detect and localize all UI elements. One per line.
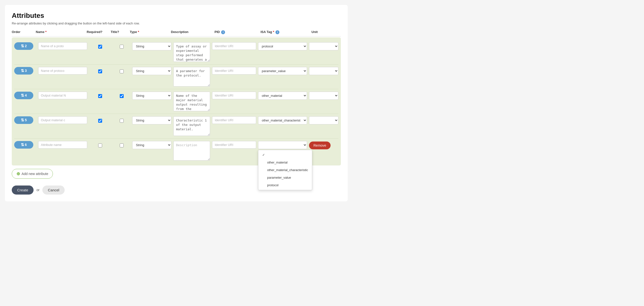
title-checkbox-4[interactable] — [120, 94, 124, 98]
name-input-2[interactable] — [38, 42, 87, 50]
dropdown-option-parameter-value[interactable]: parameter_value — [258, 174, 312, 181]
isa-tag-cell-4: other_material protocol parameter_value … — [258, 92, 307, 100]
description-textarea-4[interactable]: Name of the major material output result… — [173, 92, 210, 111]
title-cell-3 — [113, 67, 130, 73]
attributes-table: ⇅ 2 String Integer Float Boolean Date Ty… — [12, 37, 341, 165]
title-checkbox-3[interactable] — [120, 69, 124, 73]
name-input-6[interactable] — [38, 141, 87, 149]
add-icon: ⊕ — [16, 171, 20, 176]
unit-select-3[interactable] — [309, 67, 338, 75]
table-row: ⇅ 4 String Integer Float Boolean Date Na… — [14, 89, 338, 114]
type-select-5[interactable]: String Integer Float Boolean Date — [132, 116, 172, 124]
isa-tag-select-6[interactable]: other_material other_material_characteri… — [258, 141, 307, 149]
pid-input-2[interactable] — [212, 42, 256, 50]
title-cell-2 — [113, 42, 130, 49]
type-select-2[interactable]: String Integer Float Boolean Date — [132, 42, 172, 50]
col-description: Description — [171, 30, 212, 34]
required-cell-6 — [89, 141, 111, 147]
required-checkbox-5[interactable] — [98, 119, 102, 123]
description-textarea-6[interactable] — [173, 141, 210, 160]
col-name: Name * — [36, 30, 85, 34]
type-select-6[interactable]: String Integer Float Boolean Date — [132, 141, 172, 149]
isa-tag-dropdown-6: other_material other_material_characteri… — [258, 150, 312, 190]
isa-tag-cell-3: parameter_value protocol other_material … — [258, 67, 307, 75]
page-container: Attributes Re-arrange attributes by clic… — [5, 5, 348, 201]
title-checkbox-6[interactable] — [120, 144, 124, 147]
required-checkbox-2[interactable] — [98, 45, 102, 49]
isa-tag-cell-6: other_material other_material_characteri… — [258, 141, 307, 149]
col-required: Required? — [87, 30, 109, 34]
required-cell-2 — [89, 42, 111, 49]
order-button-4[interactable]: ⇅ 4 — [14, 92, 33, 99]
pid-input-4[interactable] — [212, 92, 256, 99]
required-checkbox-6[interactable] — [98, 144, 102, 147]
col-title: Title? — [111, 30, 128, 34]
description-textarea-5[interactable]: Characteristic 1 of the output material. — [173, 116, 210, 136]
isa-tag-info-icon[interactable]: i — [276, 30, 280, 34]
name-input-3[interactable] — [38, 67, 87, 75]
dropdown-option-empty[interactable] — [258, 151, 312, 159]
order-button-5[interactable]: ⇅ 5 — [14, 116, 33, 124]
col-unit: Unit — [312, 30, 341, 34]
isa-tag-select-4[interactable]: other_material protocol parameter_value … — [258, 92, 307, 100]
pid-input-6[interactable] — [212, 141, 256, 149]
isa-tag-select-2[interactable]: protocol parameter_value other_material … — [258, 42, 307, 50]
remove-button-6[interactable]: Remove — [309, 142, 330, 149]
add-attribute-label: Add new attribute — [22, 172, 48, 176]
name-input-5[interactable] — [38, 116, 87, 124]
create-button[interactable]: Create — [12, 185, 34, 194]
isa-tag-cell-5: other_material_characteristic protocol p… — [258, 116, 307, 124]
table-row: ⇅ 3 String Integer Float Boolean Date A … — [14, 65, 338, 89]
order-button-6[interactable]: ⇅ 6 — [14, 141, 33, 149]
title-cell-6 — [113, 141, 130, 147]
col-pid: PID i — [214, 30, 258, 34]
order-button-3[interactable]: ⇅ 3 — [14, 67, 33, 75]
table-header: Order Name * Required? Title? Type * Des… — [12, 30, 341, 36]
isa-tag-cell-2: protocol parameter_value other_material … — [258, 42, 307, 50]
dropdown-option-other-material[interactable]: other_material — [258, 159, 312, 166]
description-textarea-3[interactable]: A parameter for the protocol. — [173, 67, 210, 87]
unit-select-2[interactable] — [309, 42, 338, 50]
col-order: Order — [12, 30, 34, 34]
isa-tag-select-3[interactable]: parameter_value protocol other_material … — [258, 67, 307, 75]
page-subtitle: Re-arrange attributes by clicking and dr… — [12, 21, 341, 25]
required-cell-4 — [89, 92, 111, 98]
page-title: Attributes — [12, 12, 341, 19]
col-type: Type * — [130, 30, 169, 34]
unit-select-4[interactable] — [309, 92, 338, 100]
pid-input-5[interactable] — [212, 116, 256, 124]
required-checkbox-4[interactable] — [98, 94, 102, 98]
or-text: or — [36, 188, 40, 192]
col-isa-tag: ISA Tag * i — [260, 30, 310, 34]
cancel-button[interactable]: Cancel — [42, 185, 65, 194]
required-cell-5 — [89, 116, 111, 123]
title-checkbox-2[interactable] — [120, 45, 124, 49]
table-row: ⇅ 2 String Integer Float Boolean Date Ty… — [14, 40, 338, 65]
pid-input-3[interactable] — [212, 67, 256, 75]
pid-info-icon[interactable]: i — [221, 30, 225, 34]
title-cell-4 — [113, 92, 130, 98]
description-textarea-2[interactable]: Type of assay or experimental step perfo… — [173, 42, 210, 62]
name-input-4[interactable] — [38, 92, 87, 99]
required-checkbox-3[interactable] — [98, 69, 102, 73]
add-attribute-button[interactable]: ⊕ Add new attribute — [12, 169, 53, 179]
required-cell-3 — [89, 67, 111, 73]
table-row: ⇅ 6 String Integer Float Boolean Date — [14, 139, 338, 163]
type-select-4[interactable]: String Integer Float Boolean Date — [132, 92, 172, 100]
dropdown-option-other-material-characteristic[interactable]: other_material_characteristic — [258, 166, 312, 174]
table-row: ⇅ 5 String Integer Float Boolean Date Ch… — [14, 114, 338, 139]
title-cell-5 — [113, 116, 130, 123]
order-button-2[interactable]: ⇅ 2 — [14, 42, 33, 50]
type-select-3[interactable]: String Integer Float Boolean Date — [132, 67, 172, 75]
dropdown-option-protocol[interactable]: protocol — [258, 181, 312, 189]
unit-select-5[interactable] — [309, 116, 338, 124]
isa-tag-select-5[interactable]: other_material_characteristic protocol p… — [258, 116, 307, 124]
title-checkbox-5[interactable] — [120, 119, 124, 123]
